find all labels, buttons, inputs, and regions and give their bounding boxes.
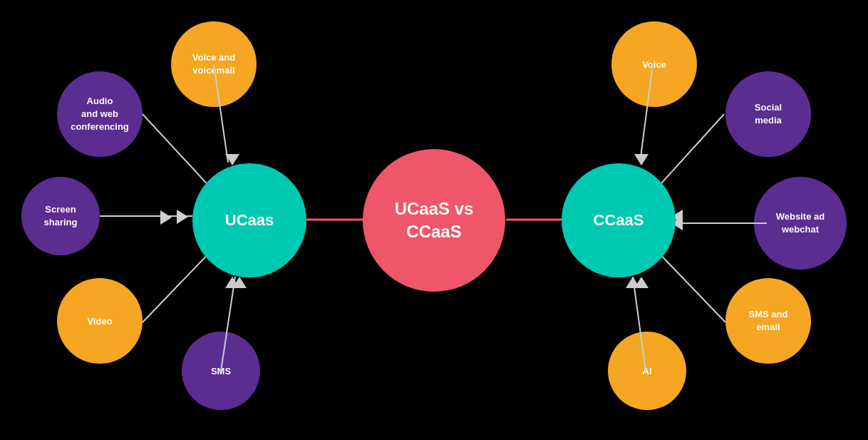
ccaas-social-satellite: Social media — [725, 71, 811, 157]
ccaas-ai-satellite: AI — [608, 332, 686, 410]
ccaas-smsemail-satellite: SMS and email — [725, 278, 811, 364]
ccaas-social-label: Social media — [755, 101, 782, 127]
arrow-audio-ucaas — [177, 210, 188, 224]
arrow-ai-ccaas — [626, 277, 640, 288]
arrow-sms-ucaas — [232, 277, 247, 288]
ucaas-screen-satellite: Screen sharing — [21, 177, 100, 255]
svg-line-10 — [654, 248, 725, 322]
ccaas-hub: CCaaS — [562, 163, 676, 277]
diagram: UCaas CCaaS UCaaS vs CCaaS Audio and web… — [0, 0, 868, 440]
ucaas-sms-label: SMS — [211, 366, 231, 377]
ucaas-video-satellite: Video — [57, 278, 143, 364]
ucaas-video-label: Video — [87, 316, 112, 327]
ucaas-screen-label: Screen sharing — [44, 203, 78, 229]
ucaas-audio-label: Audio and web conferencing — [71, 95, 129, 134]
ccaas-voice-satellite: Voice — [611, 21, 697, 107]
arrow-voice-ccaas — [634, 154, 649, 165]
ccaas-ai-label: AI — [643, 366, 652, 377]
ccaas-smsemail-label: SMS and email — [749, 308, 788, 334]
svg-line-8 — [654, 114, 724, 191]
arrow-screen-ucaas — [160, 210, 172, 225]
center-label: UCaaS vs CCaaS — [395, 198, 474, 242]
ucaas-voice-label: Voice and voicemail — [192, 51, 235, 77]
svg-line-2 — [143, 114, 214, 191]
ucaas-hub: UCaas — [192, 163, 306, 277]
ucaas-audio-satellite: Audio and web conferencing — [57, 71, 143, 157]
ccaas-voice-label: Voice — [642, 59, 666, 70]
ccaas-webchat-satellite: Website ad webchat — [754, 177, 847, 270]
svg-line-5 — [143, 248, 214, 322]
ccaas-webchat-label: Website ad webchat — [776, 210, 825, 236]
center-circle: UCaaS vs CCaaS — [363, 149, 505, 292]
ucaas-sms-satellite: SMS — [182, 332, 260, 410]
ucaas-label: UCaas — [225, 211, 274, 230]
ccaas-label: CCaaS — [594, 211, 644, 230]
ucaas-voice-satellite: Voice and voicemail — [171, 21, 257, 107]
